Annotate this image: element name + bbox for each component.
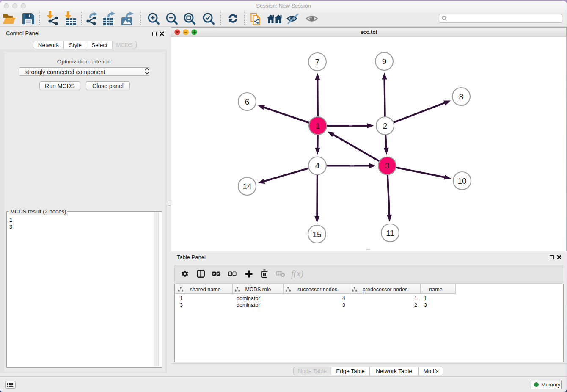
svg-text:1: 1 (316, 121, 320, 130)
svg-text:15: 15 (312, 230, 321, 239)
svg-text:10: 10 (457, 177, 466, 185)
svg-text:11: 11 (386, 229, 394, 237)
svg-text:14: 14 (242, 182, 252, 191)
svg-text:8: 8 (459, 92, 464, 101)
svg-text:9: 9 (382, 57, 387, 66)
svg-text:6: 6 (245, 97, 250, 106)
svg-text:2: 2 (383, 121, 388, 130)
svg-text:3: 3 (385, 161, 390, 170)
svg-text:4: 4 (315, 161, 320, 170)
svg-text:7: 7 (315, 58, 320, 66)
